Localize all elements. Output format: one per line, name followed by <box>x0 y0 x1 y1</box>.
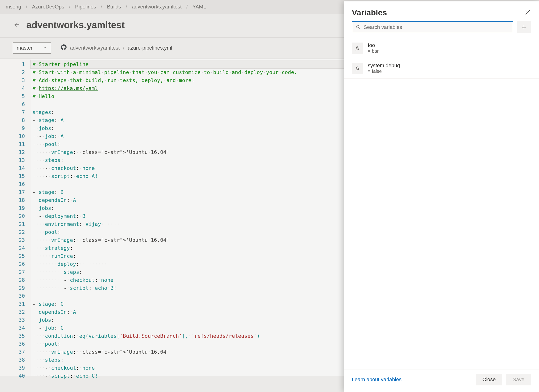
branch-dropdown[interactable]: master <box>13 42 51 54</box>
breadcrumb-item[interactable]: AzureDevOps <box>32 4 64 10</box>
repo-link[interactable]: adventworks/yamltest <box>70 45 120 51</box>
variable-name: system.debug <box>368 62 400 69</box>
breadcrumb-separator: / <box>126 4 127 10</box>
fx-icon: fx <box>352 63 363 74</box>
variables-panel: Variables fxfoo= barfxsystem.debug= fals… <box>344 1 539 392</box>
variable-name: foo <box>368 42 379 48</box>
fx-icon: fx <box>352 43 363 54</box>
repo-path: adventworks/yamltest / azure-pipelines.y… <box>61 44 172 52</box>
variables-list: fxfoo= barfxsystem.debug= false <box>344 38 539 369</box>
save-button[interactable]: Save <box>506 374 531 385</box>
breadcrumb-item[interactable]: mseng <box>6 4 21 10</box>
variable-row[interactable]: fxsystem.debug= false <box>344 58 539 79</box>
variable-row[interactable]: fxfoo= bar <box>344 38 539 58</box>
svg-point-0 <box>356 25 359 28</box>
branch-name: master <box>17 45 33 51</box>
line-gutter: 1234567891011121314151617181920212223242… <box>0 58 31 376</box>
breadcrumb-item[interactable]: Pipelines <box>75 4 96 10</box>
breadcrumb-separator: / <box>26 4 27 10</box>
breadcrumb-separator: / <box>186 4 188 10</box>
variable-value: = bar <box>368 48 379 54</box>
breadcrumb-item[interactable]: adventworks.yamltest <box>132 4 182 10</box>
search-icon <box>356 24 361 30</box>
back-icon[interactable] <box>13 21 20 29</box>
breadcrumb-item[interactable]: YAML <box>192 4 206 10</box>
search-input-wrap[interactable] <box>352 21 513 33</box>
chevron-down-icon <box>43 45 47 51</box>
path-separator: / <box>123 45 124 51</box>
learn-link[interactable]: Learn about variables <box>352 377 402 383</box>
breadcrumb-item[interactable]: Builds <box>107 4 121 10</box>
search-input[interactable] <box>364 24 509 30</box>
github-icon <box>61 44 67 52</box>
page-title: adventworks.yamltest <box>26 20 125 30</box>
panel-title: Variables <box>352 8 387 17</box>
close-icon[interactable] <box>525 9 531 16</box>
breadcrumb-separator: / <box>69 4 70 10</box>
breadcrumb-separator: / <box>101 4 102 10</box>
close-button[interactable]: Close <box>476 374 502 385</box>
variable-value: = false <box>368 69 400 74</box>
add-variable-button[interactable] <box>517 21 531 33</box>
file-name: azure-pipelines.yml <box>128 45 172 51</box>
